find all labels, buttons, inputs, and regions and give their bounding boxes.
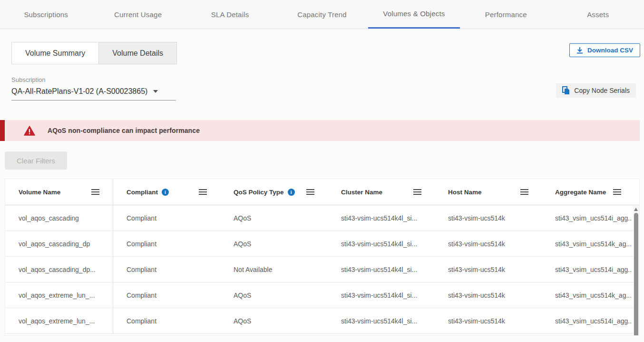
copy-node-serials-button[interactable]: Copy Node Serials <box>556 83 636 98</box>
column-label: Host Name <box>448 189 482 196</box>
table-cell: vol_aqos_extreme_lun_... <box>5 308 113 333</box>
table-cell: Compliant <box>113 282 220 308</box>
table-cell: AQoS <box>220 205 328 231</box>
subtab-volume-details[interactable]: Volume Details <box>99 42 177 64</box>
download-icon <box>576 47 583 54</box>
column-header-volume-name: Volume Name <box>5 179 113 205</box>
warning-message: AQoS non-compliance can impact performan… <box>48 127 200 134</box>
copy-node-serials-label: Copy Node Serials <box>574 87 630 94</box>
column-menu-icon[interactable] <box>306 189 314 195</box>
subscription-dropdown[interactable]: QA-All-RatePlans-V1-02 (A-S00023865) <box>11 87 176 101</box>
table-body: vol_aqos_cascadingCompliantAQoSsti43-vsi… <box>5 205 639 336</box>
table-cell: Compliant <box>113 308 220 333</box>
column-menu-icon[interactable] <box>520 189 528 195</box>
subscription-block: Subscription QA-All-RatePlans-V1-02 (A-S… <box>11 76 176 101</box>
table-header-row: Volume Name Compliant i QoS Policy Type … <box>5 179 639 205</box>
table-cell: sti43-vsim-ucs514k <box>435 282 542 308</box>
column-header-compliant: Compliant i <box>113 179 220 205</box>
tab-sla-details[interactable]: SLA Details <box>184 0 276 29</box>
warning-triangle-icon <box>24 126 35 136</box>
table-cell: sti43-vsim-ucs514k4l_si... <box>328 231 435 256</box>
table-row: vol_aqos_cascading_dp...CompliantNot Ava… <box>5 257 639 282</box>
copy-icon <box>562 86 570 95</box>
aqos-warning-banner: AQoS non-compliance can impact performan… <box>0 120 640 141</box>
tab-performance[interactable]: Performance <box>460 0 552 29</box>
subtab-volume-summary[interactable]: Volume Summary <box>11 42 99 64</box>
tab-volumes-objects[interactable]: Volumes & Objects <box>368 0 460 29</box>
info-icon[interactable]: i <box>288 189 295 196</box>
tab-current-usage[interactable]: Current Usage <box>92 0 184 29</box>
column-label: Compliant <box>127 189 158 196</box>
table-cell: AQoS <box>220 308 328 333</box>
table-cell: Not Available <box>220 257 328 282</box>
table-cell: vol_aqos_extreme_lun_... <box>5 282 113 308</box>
summary-toolbar: Volume Summary Volume Details Download C… <box>11 42 640 64</box>
clear-filters-button[interactable]: Clear Filters <box>5 151 67 170</box>
download-csv-button[interactable]: Download CSV <box>569 43 640 57</box>
subscription-label: Subscription <box>11 76 176 83</box>
table-cell: sti43_vsim_ucs514k_ag... <box>542 282 639 308</box>
table-cell: sti43_vsim_ucs514k_ag... <box>542 231 639 256</box>
table-cell: AQoS <box>220 231 328 256</box>
table-cell: vol_aqos_cascading_dp... <box>5 257 113 282</box>
vertical-scrollbar <box>633 206 639 335</box>
tab-subscriptions[interactable]: Subscriptions <box>0 0 92 29</box>
table-cell: vol_aqos_cascading <box>5 205 113 231</box>
tab-assets[interactable]: Assets <box>552 0 644 29</box>
column-label: Aggregate Name <box>555 189 606 196</box>
chevron-down-icon <box>153 90 158 93</box>
scrollbar-up-arrow-icon[interactable] <box>634 208 638 211</box>
table-cell: sti43_vsim_ucs514i_agg.. <box>542 257 639 282</box>
table-cell: sti43-vsim-ucs514k4l_si... <box>328 205 435 231</box>
table-row: vol_aqos_cascading_dpCompliantAQoSsti43-… <box>5 231 639 257</box>
column-header-aggregate-name: Aggregate Name <box>542 179 639 205</box>
table-cell: Compliant <box>113 205 220 231</box>
table-cell: sti43-vsim-ucs514k4l_si... <box>328 282 435 308</box>
column-header-cluster-name: Cluster Name <box>328 179 435 205</box>
volume-view-switcher: Volume Summary Volume Details <box>11 42 177 64</box>
table-cell: sti43_vsim_ucs514i_agg.. <box>542 205 639 231</box>
table-cell: sti43_vsim_ucs514i_agg.. <box>542 308 639 333</box>
scrollbar-thumb[interactable] <box>634 213 638 336</box>
column-menu-icon[interactable] <box>413 189 421 195</box>
column-header-host-name: Host Name <box>435 179 542 205</box>
column-label: QoS Policy Type <box>234 189 284 196</box>
table-cell: sti43-vsim-ucs514k <box>435 257 542 282</box>
table-cell: vol_aqos_cascading_dp <box>5 231 113 256</box>
table-cell: sti43-vsim-ucs514k4l_si... <box>328 257 435 282</box>
volumes-table: Volume Name Compliant i QoS Policy Type … <box>5 179 640 336</box>
table-row-partial <box>5 334 639 336</box>
table-row: vol_aqos_extreme_lun_...CompliantAQoSsti… <box>5 282 639 308</box>
table-row: vol_aqos_extreme_lun_...CompliantAQoSsti… <box>5 308 639 334</box>
download-csv-label: Download CSV <box>587 47 633 54</box>
subscription-value: QA-All-RatePlans-V1-02 (A-S00023865) <box>11 87 147 96</box>
column-label: Cluster Name <box>341 189 382 196</box>
table-cell: sti43-vsim-ucs514k <box>435 205 542 231</box>
subscription-row: Subscription QA-All-RatePlans-V1-02 (A-S… <box>11 76 636 101</box>
info-icon[interactable]: i <box>162 189 169 196</box>
table-cell: Compliant <box>113 257 220 282</box>
column-menu-icon[interactable] <box>91 189 99 195</box>
top-tab-bar: Subscriptions Current Usage SLA Details … <box>0 0 644 29</box>
table-row: vol_aqos_cascadingCompliantAQoSsti43-vsi… <box>5 205 639 231</box>
table-cell: sti43-vsim-ucs514k4l_si... <box>328 308 435 333</box>
table-cell: Compliant <box>113 231 220 256</box>
column-label: Volume Name <box>19 189 60 196</box>
table-cell: sti43-vsim-ucs514k <box>435 308 542 333</box>
table-cell: sti43-vsim-ucs514k <box>435 231 542 256</box>
tab-capacity-trend[interactable]: Capacity Trend <box>276 0 368 29</box>
column-menu-icon[interactable] <box>199 189 207 195</box>
column-menu-icon[interactable] <box>613 189 621 195</box>
column-header-qos-policy-type: QoS Policy Type i <box>220 179 328 205</box>
table-cell: AQoS <box>220 282 328 308</box>
